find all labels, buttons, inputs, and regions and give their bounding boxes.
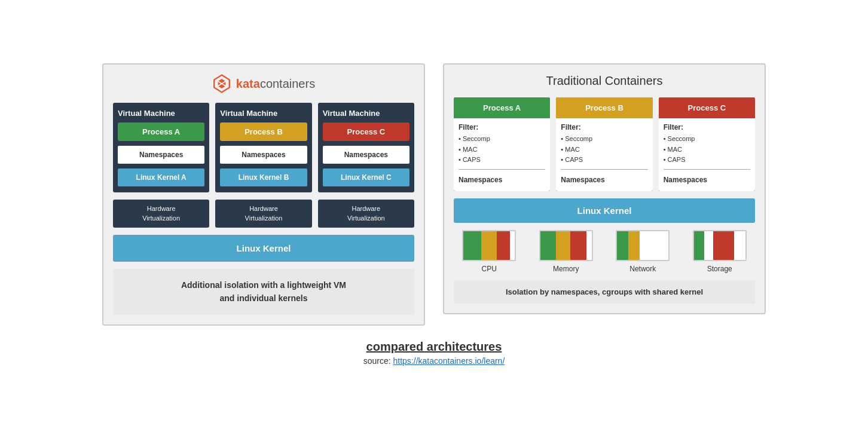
- kata-header: katacontainers: [113, 74, 414, 93]
- filter-title-a: Filter:: [459, 123, 545, 131]
- brand-containers: containers: [260, 77, 315, 90]
- trad-footer: Isolation by namespaces, cgroups with sh…: [454, 280, 755, 304]
- stor-bar-green: [694, 231, 704, 260]
- mem-bar-green: [540, 231, 556, 260]
- proc-col-c: Process C Filter: • Seccomp• MAC• CAPS N…: [659, 97, 755, 191]
- cpu-label: CPU: [482, 265, 497, 273]
- proc-divider-c: [664, 169, 750, 170]
- proc-namespaces-a: Namespaces: [459, 173, 545, 186]
- vms-row: Virtual Machine Process A Namespaces Lin…: [113, 103, 414, 192]
- brand-kata: kata: [236, 77, 260, 90]
- kata-linux-kernel: Linux Kernel: [113, 235, 414, 262]
- filter-title-b: Filter:: [561, 123, 647, 131]
- memory-bars: [539, 230, 593, 261]
- process-c: Process C: [323, 122, 409, 141]
- caption-title: compared architectures: [363, 340, 505, 354]
- net-bar-white: [640, 231, 668, 260]
- storage-bars: [693, 230, 747, 261]
- resource-cpu: CPU: [454, 230, 525, 273]
- proc-col-a: Process A Filter: • Seccomp• MAC• CAPS N…: [454, 97, 550, 191]
- hw-box-a: HardwareVirtualization: [113, 200, 209, 228]
- proc-body-b: Filter: • Seccomp• MAC• CAPS Namespaces: [556, 118, 652, 191]
- filter-items-a: • Seccomp• MAC• CAPS: [459, 134, 545, 166]
- source-prefix: source:: [363, 356, 393, 366]
- resource-memory: Memory: [531, 230, 602, 273]
- namespaces-b: Namespaces: [220, 146, 307, 164]
- stor-bar-red: [713, 231, 733, 260]
- processes-row: Process A Filter: • Seccomp• MAC• CAPS N…: [454, 97, 755, 191]
- vm-title-b: Virtual Machine: [220, 109, 307, 118]
- proc-col-b: Process B Filter: • Seccomp• MAC• CAPS N…: [556, 97, 652, 191]
- traditional-containers-panel: Traditional Containers Process A Filter:…: [443, 63, 766, 314]
- filter-items-b: • Seccomp• MAC• CAPS: [561, 134, 647, 166]
- proc-header-c: Process C: [659, 97, 755, 118]
- kernel-c: Linux Kernel C: [323, 168, 409, 186]
- proc-header-a: Process A: [454, 97, 550, 118]
- kata-containers-panel: katacontainers Virtual Machine Process A…: [102, 63, 425, 326]
- mem-bar-yellow: [556, 231, 570, 260]
- hw-row: HardwareVirtualization HardwareVirtualiz…: [113, 200, 414, 228]
- net-bar-yellow: [628, 231, 640, 260]
- proc-divider-a: [459, 169, 545, 170]
- resource-network: Network: [607, 230, 678, 273]
- source-link[interactable]: https://katacontainers.io/learn/: [393, 356, 505, 366]
- filter-items-c: • Seccomp• MAC• CAPS: [664, 134, 750, 166]
- cpu-bar-white: [510, 231, 515, 260]
- proc-header-b: Process B: [556, 97, 652, 118]
- hw-box-c: HardwareVirtualization: [318, 200, 414, 228]
- proc-divider-b: [561, 169, 647, 170]
- network-bars: [616, 230, 670, 261]
- proc-body-a: Filter: • Seccomp• MAC• CAPS Namespaces: [454, 118, 550, 191]
- network-label: Network: [629, 265, 656, 273]
- caption-area: compared architectures source: https://k…: [363, 340, 505, 366]
- memory-label: Memory: [553, 265, 579, 273]
- kernel-a: Linux Kernel A: [118, 168, 204, 186]
- stor-bar-white1: [704, 231, 713, 260]
- proc-namespaces-c: Namespaces: [664, 173, 750, 186]
- caption-source: source: https://katacontainers.io/learn/: [363, 356, 505, 366]
- vm-box-b: Virtual Machine Process B Namespaces Lin…: [215, 103, 311, 192]
- process-a: Process A: [118, 122, 204, 141]
- trad-linux-kernel: Linux Kernel: [454, 198, 755, 223]
- stor-bar-white2: [734, 231, 745, 260]
- resource-storage: Storage: [684, 230, 756, 273]
- cpu-bar-green: [463, 231, 481, 260]
- proc-body-c: Filter: • Seccomp• MAC• CAPS Namespaces: [659, 118, 755, 191]
- resources-row: CPU Memory Network: [454, 230, 755, 273]
- cpu-bar-red: [497, 231, 510, 260]
- kata-logo-icon: [212, 74, 231, 93]
- cpu-bar-yellow: [481, 231, 497, 260]
- cpu-bars: [462, 230, 516, 261]
- net-bar-green: [617, 231, 628, 260]
- process-b: Process B: [220, 122, 307, 141]
- diagrams-container: katacontainers Virtual Machine Process A…: [102, 63, 766, 326]
- kata-brand-text: katacontainers: [236, 77, 315, 91]
- namespaces-c: Namespaces: [323, 146, 409, 164]
- mem-bar-red: [570, 231, 587, 260]
- trad-title: Traditional Containers: [454, 74, 755, 88]
- proc-namespaces-b: Namespaces: [561, 173, 647, 186]
- hw-box-b: HardwareVirtualization: [215, 200, 311, 228]
- vm-box-a: Virtual Machine Process A Namespaces Lin…: [113, 103, 209, 192]
- vm-title-a: Virtual Machine: [118, 109, 204, 118]
- storage-label: Storage: [707, 265, 732, 273]
- filter-title-c: Filter:: [664, 123, 750, 131]
- kernel-b: Linux Kernel B: [220, 168, 307, 186]
- namespaces-a: Namespaces: [118, 146, 204, 164]
- vm-box-c: Virtual Machine Process C Namespaces Lin…: [318, 103, 414, 192]
- kata-footer: Additional isolation with a lightweight …: [113, 269, 414, 315]
- mem-bar-white: [586, 231, 592, 260]
- vm-title-c: Virtual Machine: [323, 109, 409, 118]
